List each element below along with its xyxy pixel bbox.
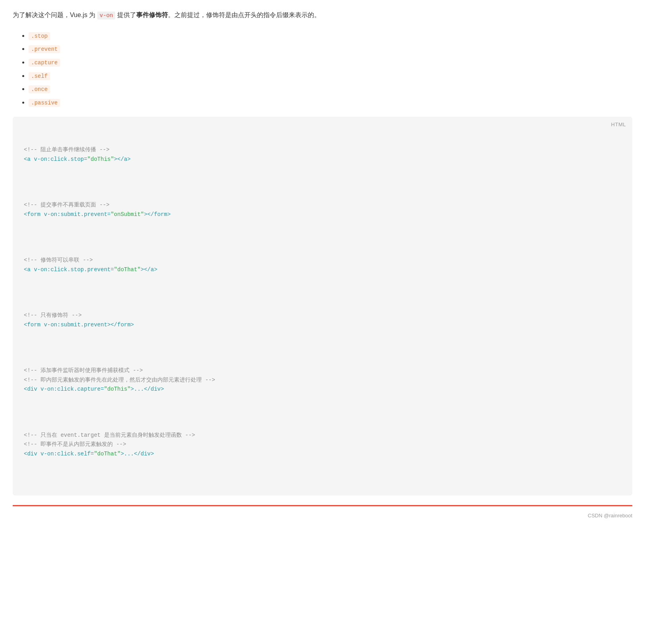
comment-1: <!-- 阻止单击事件继续传播 --> — [24, 147, 110, 153]
modifier-once: .once — [29, 85, 50, 93]
comment-2: <!-- 提交事件不再重载页面 --> — [24, 202, 110, 208]
modifier-self: .self — [29, 72, 50, 80]
intro-text-before: 为了解决这个问题，Vue.js 为 — [13, 12, 97, 18]
list-item: .prevent — [29, 44, 632, 54]
code-line-1: <a v-on:click.stop="doThis"></a> — [24, 156, 131, 162]
code-group-6: <!-- 只当在 event.target 是当前元素自身时触发处理函数 -->… — [24, 431, 621, 459]
modifier-stop: .stop — [29, 32, 50, 40]
code-line-3: <a v-on:click.stop.prevent="doThat"></a> — [24, 266, 157, 273]
list-item: .self — [29, 71, 632, 81]
comment-3: <!-- 修饰符可以串联 --> — [24, 257, 93, 263]
v-on-code: v-on — [97, 12, 116, 19]
footer-text: CSDN @rainreboot — [588, 513, 632, 519]
comment-5a: <!-- 添加事件监听器时使用事件捕获模式 --> — [24, 367, 143, 374]
code-group-4: <!-- 只有修饰符 --> <form v-on:submit.prevent… — [24, 311, 621, 330]
code-line-4: <form v-on:submit.prevent></form> — [24, 322, 134, 328]
code-group-3: <!-- 修饰符可以串联 --> <a v-on:click.stop.prev… — [24, 256, 621, 275]
code-content: <!-- 阻止单击事件继续传播 --> <a v-on:click.stop="… — [24, 126, 621, 486]
event-modifier-bold: 事件修饰符 — [136, 12, 168, 18]
code-line-6: <div v-on:click.self="doThat">...</div> — [24, 451, 154, 457]
code-group-5: <!-- 添加事件监听器时使用事件捕获模式 --> <!-- 即内部元素触发的事… — [24, 366, 621, 394]
comment-6b: <!-- 即事件不是从内部元素触发的 --> — [24, 441, 126, 447]
modifier-prevent: .prevent — [29, 45, 60, 53]
modifier-capture: .capture — [29, 59, 60, 67]
list-item: .stop — [29, 31, 632, 41]
code-block-label: HTML — [611, 121, 626, 127]
footer: CSDN @rainreboot — [13, 505, 632, 519]
code-block: HTML <!-- 阻止单击事件继续传播 --> <a v-on:click.s… — [13, 117, 632, 495]
list-item: .once — [29, 84, 632, 94]
comment-5b: <!-- 即内部元素触发的事件先在此处理，然后才交由内部元素进行处理 --> — [24, 377, 215, 383]
intro-paragraph: 为了解决这个问题，Vue.js 为 v-on 提供了事件修饰符。之前提过，修饰符… — [13, 10, 632, 21]
modifiers-list: .stop .prevent .capture .self .once .pas… — [13, 31, 632, 108]
comment-4: <!-- 只有修饰符 --> — [24, 312, 82, 318]
list-item: .passive — [29, 97, 632, 108]
code-group-1: <!-- 阻止单击事件继续传播 --> <a v-on:click.stop="… — [24, 145, 621, 164]
intro-text-after: 。之前提过，修饰符是由点开头的指令后缀来表示的。 — [168, 12, 321, 18]
code-line-2: <form v-on:submit.prevent="onSubmit"></f… — [24, 211, 171, 218]
list-item: .capture — [29, 57, 632, 67]
intro-text-middle: 提供了 — [115, 12, 136, 18]
code-line-5: <div v-on:click.capture="doThis">...</di… — [24, 386, 164, 392]
modifier-passive: .passive — [29, 99, 60, 107]
code-group-2: <!-- 提交事件不再重载页面 --> <form v-on:submit.pr… — [24, 201, 621, 220]
comment-6a: <!-- 只当在 event.target 是当前元素自身时触发处理函数 --> — [24, 432, 195, 438]
